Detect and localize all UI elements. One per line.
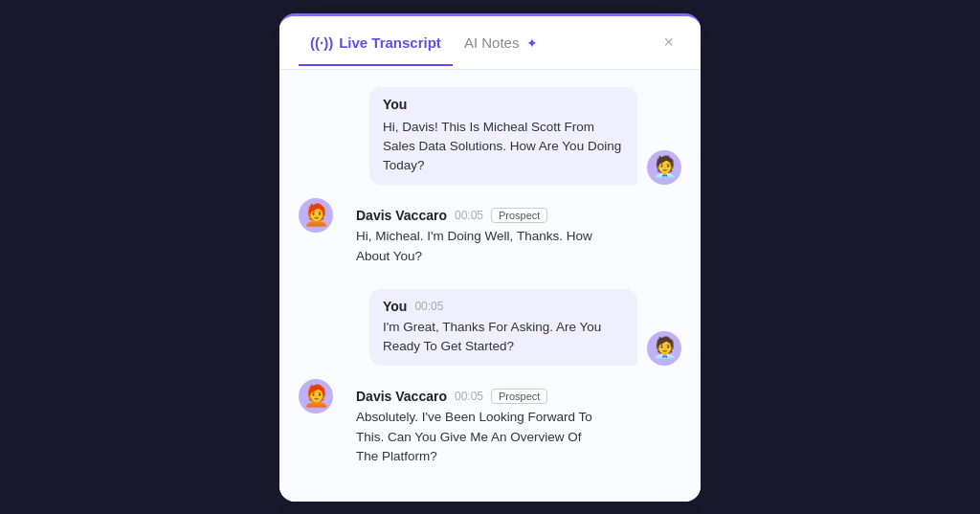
tab-bar: ((·)) Live Transcript AI Notes ✦ × <box>279 16 701 70</box>
speaker-name: Davis Vaccaro <box>356 208 447 223</box>
tab-live-transcript-label: Live Transcript <box>339 34 441 51</box>
avatar: 🧑‍🦰 <box>299 379 333 413</box>
timestamp: 00:05 <box>455 209 483 222</box>
tab-live-transcript[interactable]: ((·)) Live Transcript <box>299 19 453 66</box>
message-block: 🧑‍🦰 Davis Vaccaro 00:05 Prospect Hi, Mic… <box>299 198 681 276</box>
avatar-emoji: 🧑‍💼 <box>652 338 678 359</box>
message-header: Davis Vaccaro 00:05 Prospect <box>356 208 597 223</box>
timestamp: 00:05 <box>414 300 443 313</box>
speaker-name: You <box>383 97 624 112</box>
tab-ai-notes[interactable]: AI Notes ✦ <box>453 19 550 66</box>
messages-area: 🧑‍💼 You Hi, Davis! This Is Micheal Scott… <box>279 70 701 502</box>
message-bubble-other: Davis Vaccaro 00:05 Prospect Absolutely.… <box>343 379 611 476</box>
timestamp: 00:05 <box>455 390 483 403</box>
tab-ai-notes-label: AI Notes <box>464 34 520 51</box>
speaker-name: You <box>383 299 407 314</box>
message-block: 🧑‍💼 You 00:05 I'm Great, Thanks For Aski… <box>299 289 681 367</box>
message-text: Hi, Davis! This Is Micheal Scott From Sa… <box>383 118 624 176</box>
close-button[interactable]: × <box>656 30 681 55</box>
live-icon: ((·)) <box>310 34 333 51</box>
avatar: 🧑‍💼 <box>647 331 681 366</box>
badge: Prospect <box>491 208 547 223</box>
message-text: I'm Great, Thanks For Asking. Are You Re… <box>383 318 624 357</box>
sparkle-icon: ✦ <box>526 35 538 51</box>
badge: Prospect <box>491 389 547 404</box>
message-block: 🧑‍🦰 Davis Vaccaro 00:05 Prospect Absolut… <box>299 379 681 476</box>
avatar-emoji: 🧑‍🦰 <box>303 386 329 407</box>
avatar-emoji: 🧑‍🦰 <box>303 205 329 226</box>
avatar-emoji: 🧑‍💼 <box>652 157 678 178</box>
message-header: You 00:05 <box>383 299 624 314</box>
avatar: 🧑‍🦰 <box>299 198 333 233</box>
transcript-panel: ((·)) Live Transcript AI Notes ✦ × 🧑‍💼 Y… <box>279 13 701 502</box>
message-text: Hi, Micheal. I'm Doing Well, Thanks. How… <box>356 227 597 266</box>
message-text: Absolutely. I've Been Looking Forward To… <box>356 408 597 466</box>
message-block: 🧑‍💼 You Hi, Davis! This Is Micheal Scott… <box>299 87 681 186</box>
speaker-name: Davis Vaccaro <box>356 389 447 404</box>
message-bubble-you: You 00:05 I'm Great, Thanks For Asking. … <box>369 289 637 367</box>
message-bubble-you: You Hi, Davis! This Is Micheal Scott Fro… <box>369 87 637 186</box>
avatar: 🧑‍💼 <box>647 150 681 185</box>
message-header: Davis Vaccaro 00:05 Prospect <box>356 389 597 404</box>
message-bubble-other: Davis Vaccaro 00:05 Prospect Hi, Micheal… <box>343 198 611 276</box>
